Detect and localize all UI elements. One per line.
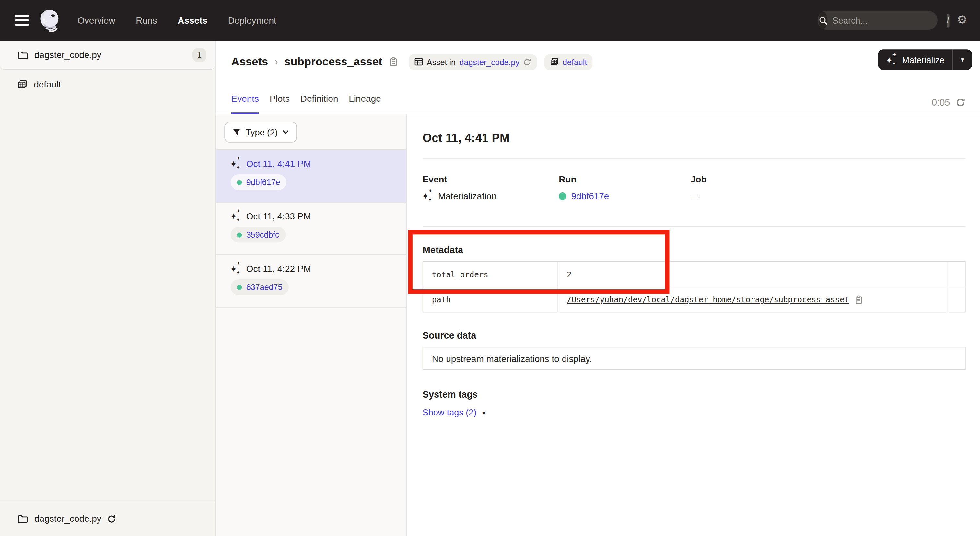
run-status-dot [237,285,242,289]
tab-lineage[interactable]: Lineage [349,94,381,114]
run-id-link[interactable]: 637aed75 [246,283,283,292]
metadata-heading: Metadata [423,244,966,255]
event-detail-panel: Oct 11, 4:41 PM Event ✦✦✦ Materializatio… [407,115,980,536]
table-grid-icon [414,57,423,66]
event-field: Event ✦✦✦ Materialization [423,174,559,201]
event-list-item[interactable]: ✦✦✦ Oct 11, 4:33 PM 359cdbfc [215,202,406,255]
nav-links: Overview Runs Assets Deployment [78,0,277,40]
path-link[interactable]: /Users/yuhan/dev/local/dagster_home/stor… [567,295,849,304]
events-list-panel: Type (2) ✦✦✦ Oct 11, 4:41 PM 9dbf617e ✦✦… [215,115,407,536]
copy-asset-name-icon[interactable] [388,57,398,67]
tab-definition[interactable]: Definition [301,94,338,114]
chip-code-location-link[interactable]: dagster_code.py [460,57,520,67]
materialize-split-button: ✦✦✦ Materialize ▾ [878,49,972,70]
divider [423,226,966,227]
sidebar-item-label: dagster_code.py [34,50,102,60]
asset-location-chip: Asset in dagster_code.py [409,54,537,70]
type-filter-button[interactable]: Type (2) [224,122,297,143]
job-field: Job — [690,174,966,201]
metadata-row: total_orders 2 [423,262,965,287]
metadata-end-cell [948,288,965,312]
hamburger-menu-icon[interactable] [15,15,29,25]
search-shortcut-badge: / [947,13,949,27]
materialization-sparkle-icon: ✦✦✦ [231,211,242,221]
event-detail-fields: Event ✦✦✦ Materialization Run 9dbf617e J… [423,174,966,201]
run-id-link[interactable]: 359cdbfc [246,230,279,240]
show-tags-label: Show tags (2) [423,407,477,417]
metadata-end-cell [948,262,965,287]
run-tag[interactable]: 637aed75 [231,279,289,295]
system-tags-heading: System tags [423,389,966,399]
run-status-dot [559,192,566,200]
breadcrumb: Assets › subprocess_asset [231,51,593,73]
materialize-button[interactable]: ✦✦✦ Materialize [878,49,953,70]
repo-grid-icon [18,80,27,89]
sparkle-icon: ✦✦✦ [886,55,897,65]
sidebar: dagster_code.py 1 default [0,40,215,536]
sidebar-item-default-repo[interactable]: default [0,70,215,99]
chip-repo-link[interactable]: default [563,57,587,67]
materialization-sparkle-icon: ✦✦✦ [231,264,242,274]
funnel-icon [232,128,240,136]
folder-icon [18,50,28,60]
reload-icon[interactable] [107,514,116,523]
breadcrumb-assets[interactable]: Assets [231,56,268,68]
run-id-link[interactable]: 9dbf617e [246,178,280,187]
reload-icon[interactable] [523,58,531,66]
source-data-heading: Source data [423,330,966,340]
source-data-empty-box: No upstream materializations to display. [423,347,966,370]
run-status-dot [237,180,242,184]
tab-events[interactable]: Events [231,94,259,114]
event-detail-heading: Oct 11, 4:41 PM [423,131,966,145]
materialize-dropdown-button[interactable]: ▾ [953,49,972,70]
materialize-label: Materialize [902,55,944,65]
event-timestamp: Oct 11, 4:22 PM [246,264,311,274]
search-icon [819,12,827,29]
dagster-logo-icon[interactable] [38,8,62,33]
metadata-row: path /Users/yuhan/dev/local/dagster_home… [423,287,965,312]
tab-plots[interactable]: Plots [270,94,290,114]
refresh-icon[interactable] [956,97,966,107]
copy-path-icon[interactable] [854,295,863,304]
app-window: Overview Runs Assets Deployment / ⚙ [0,0,980,536]
nav-item-assets[interactable]: Assets [178,15,207,25]
run-status-dot [237,232,242,237]
breadcrumb-separator: › [275,56,278,68]
nav-item-runs[interactable]: Runs [136,15,157,25]
sidebar-item-label: default [34,80,61,89]
search-bar[interactable]: / [818,11,937,30]
run-tag[interactable]: 9dbf617e [231,174,286,190]
type-filter-label: Type (2) [246,127,278,137]
sidebar-footer-code-location[interactable]: dagster_code.py [0,501,215,536]
show-tags-toggle[interactable]: Show tags (2) ▼ [423,407,487,417]
chip-prefix: Asset in [427,57,456,67]
page-title: subprocess_asset [284,56,382,68]
metadata-key: total_orders [423,262,558,287]
nav-item-overview[interactable]: Overview [78,15,115,25]
event-list-item[interactable]: ✦✦✦ Oct 11, 4:22 PM 637aed75 [215,255,406,307]
caret-down-icon: ▼ [481,409,487,416]
timer-value: 0:05 [932,97,950,108]
metadata-table: total_orders 2 path /Users/yuhan/dev/loc… [423,261,966,312]
repository-chip[interactable]: default [544,54,593,70]
run-field: Run 9dbf617e [559,174,690,201]
source-data-empty-message: No upstream materializations to display. [432,353,592,364]
refresh-timer: 0:05 [932,97,966,108]
metadata-value: 2 [557,262,947,287]
event-field-value: Materialization [438,191,496,201]
repo-grid-icon [550,57,559,66]
events-filter-bar: Type (2) [215,115,406,150]
divider [423,158,966,159]
top-nav: Overview Runs Assets Deployment / ⚙ [0,0,980,40]
event-list-item[interactable]: ✦✦✦ Oct 11, 4:41 PM 9dbf617e [215,150,406,202]
search-input[interactable] [827,14,947,26]
folder-icon [18,514,28,524]
event-timestamp: Oct 11, 4:41 PM [246,159,311,169]
run-tag[interactable]: 359cdbfc [231,227,285,242]
sidebar-item-code-location[interactable]: dagster_code.py 1 [0,40,215,70]
event-timestamp: Oct 11, 4:33 PM [246,211,311,221]
sidebar-footer-label: dagster_code.py [34,514,102,524]
nav-item-deployment[interactable]: Deployment [228,15,277,25]
settings-gear-icon[interactable]: ⚙ [957,14,968,26]
run-id-link[interactable]: 9dbf617e [571,191,609,201]
